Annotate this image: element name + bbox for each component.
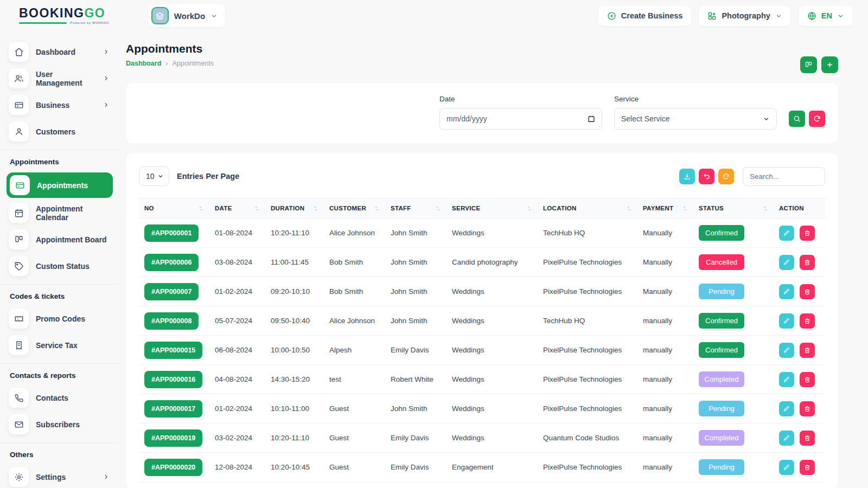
edit-button[interactable]	[779, 343, 794, 358]
export-button[interactable]	[679, 169, 695, 184]
workspace-selector[interactable]: WorkDo	[148, 4, 225, 27]
col-header-staff[interactable]: STAFF	[391, 205, 411, 211]
date-field-group: Date	[439, 95, 602, 130]
sidebar-item-customers[interactable]: Customers	[0, 119, 119, 144]
sort-icon[interactable]	[312, 206, 318, 211]
entries-per-page-select[interactable]: 10	[139, 166, 169, 186]
undo-button[interactable]	[699, 169, 714, 184]
delete-button[interactable]	[800, 372, 815, 387]
workspace-building-icon	[151, 7, 169, 24]
sidebar-item-contacts[interactable]: Contacts	[0, 385, 119, 410]
appointment-no-badge[interactable]: #APP0000019	[144, 429, 202, 447]
edit-button[interactable]	[779, 401, 794, 416]
col-header-status[interactable]: STATUS	[699, 205, 724, 211]
edit-button[interactable]	[779, 255, 794, 270]
appointment-no-badge[interactable]: #APP000008	[144, 312, 199, 330]
edit-button[interactable]	[779, 313, 794, 329]
sidebar-item-custom-status[interactable]: Custom Status	[0, 253, 119, 279]
chevron-down-icon	[837, 12, 844, 20]
appointment-no-badge[interactable]: #APP0000020	[144, 459, 202, 476]
appointment-no-badge[interactable]: #APP000001	[144, 224, 199, 242]
col-header-payment[interactable]: PAYMENT	[643, 205, 673, 211]
col-header-customer[interactable]: CUSTOMER	[329, 205, 366, 211]
sidebar-section-appointments: Appointments Appointments Appointment Ca…	[0, 150, 119, 279]
sort-icon[interactable]	[626, 206, 632, 211]
appointment-no-badge[interactable]: #APP000007	[144, 283, 199, 300]
chevron-right-icon	[103, 48, 110, 55]
plus-icon	[826, 61, 834, 69]
trash-icon	[804, 230, 810, 236]
appointment-no-badge[interactable]: #APP000006	[144, 254, 199, 271]
service-select[interactable]: Select Service	[614, 108, 777, 130]
cell-location: TechHub HQ	[538, 306, 637, 336]
business-selector[interactable]: Photography	[699, 6, 790, 26]
col-header-action: ACTION	[779, 205, 804, 211]
cell-service: Weddings	[446, 423, 538, 453]
sidebar-item-service-tax[interactable]: Service Tax	[0, 332, 119, 358]
edit-button[interactable]	[779, 431, 794, 446]
sort-icon[interactable]	[435, 206, 441, 211]
gear-icon	[9, 467, 29, 487]
appointment-no-badge[interactable]: #APP0000015	[144, 342, 202, 359]
delete-button[interactable]	[800, 284, 815, 299]
cell-staff: John Smith	[385, 394, 446, 423]
delete-button[interactable]	[800, 401, 815, 416]
sort-icon[interactable]	[374, 206, 380, 211]
table-row: #APP000008 05-07-2024 09:50-10:40 Alice …	[139, 306, 825, 336]
pencil-icon	[783, 347, 790, 354]
sort-icon[interactable]	[254, 206, 260, 211]
user-icon	[9, 121, 29, 142]
appointment-no-badge[interactable]: #APP0000017	[144, 400, 202, 418]
sort-icon[interactable]	[198, 206, 204, 211]
cell-location: PixelPulse Technologies	[538, 394, 637, 423]
sidebar-item-subscribers[interactable]: Subscribers	[0, 412, 119, 437]
delete-button[interactable]	[800, 343, 815, 358]
mail-icon	[9, 414, 29, 434]
table-search-wrap	[743, 167, 825, 186]
add-appointment-button[interactable]	[821, 56, 838, 73]
col-header-date[interactable]: DATE	[215, 205, 232, 211]
sidebar-item-promo-codes[interactable]: Promo Codes	[0, 306, 119, 331]
delete-button[interactable]	[800, 313, 815, 329]
date-input[interactable]	[446, 114, 588, 123]
calendar-icon[interactable]	[588, 115, 595, 123]
col-header-service[interactable]: SERVICE	[452, 205, 480, 211]
cell-duration: 10:20-11:10	[265, 423, 324, 453]
delete-button[interactable]	[800, 460, 815, 475]
col-header-duration[interactable]: DURATION	[271, 205, 304, 211]
edit-button[interactable]	[779, 372, 794, 387]
col-header-no[interactable]: NO	[144, 205, 154, 211]
sidebar-item-settings[interactable]: Settings	[0, 464, 119, 488]
filter-search-button[interactable]	[789, 111, 805, 127]
language-selector[interactable]: EN	[799, 6, 853, 26]
status-badge: Confirmed	[699, 342, 744, 358]
appointment-no-badge[interactable]: #APP0000016	[144, 371, 202, 388]
sidebar-item-appointment-board[interactable]: Appointment Board	[0, 227, 119, 252]
refresh-button[interactable]	[718, 169, 734, 184]
sort-icon[interactable]	[682, 206, 688, 211]
appointment-board-button[interactable]	[800, 56, 817, 73]
sort-icon[interactable]	[526, 206, 532, 211]
sidebar-item-appointments[interactable]: Appointments	[7, 172, 113, 198]
breadcrumb-dashboard-link[interactable]: Dashboard	[126, 60, 161, 67]
sort-icon[interactable]	[762, 206, 768, 211]
chevron-right-icon	[103, 473, 110, 480]
edit-button[interactable]	[779, 284, 794, 299]
col-header-location[interactable]: LOCATION	[543, 205, 577, 211]
table-search-input[interactable]	[750, 172, 818, 181]
delete-button[interactable]	[800, 431, 815, 446]
sidebar-item-dashboard[interactable]: Dashboard	[0, 39, 119, 65]
sidebar-item-business[interactable]: Business	[0, 92, 119, 118]
cell-location: PixelPulse Technologies	[538, 365, 637, 394]
edit-button[interactable]	[779, 226, 794, 241]
create-business-button[interactable]: Create Business	[598, 6, 692, 26]
edit-button[interactable]	[779, 460, 794, 475]
sidebar-item-appointment-calendar[interactable]: Appointment Calendar	[0, 200, 119, 226]
delete-button[interactable]	[800, 255, 815, 270]
delete-button[interactable]	[800, 226, 815, 241]
status-badge: Confirmed	[699, 225, 744, 241]
table-row: #APP0000017 01-02-2024 10:10-11:00 Guest…	[139, 394, 825, 423]
sidebar-item-user-management[interactable]: User Management	[0, 66, 119, 91]
filter-reset-button[interactable]	[809, 111, 825, 127]
chevron-right-icon	[103, 101, 110, 108]
